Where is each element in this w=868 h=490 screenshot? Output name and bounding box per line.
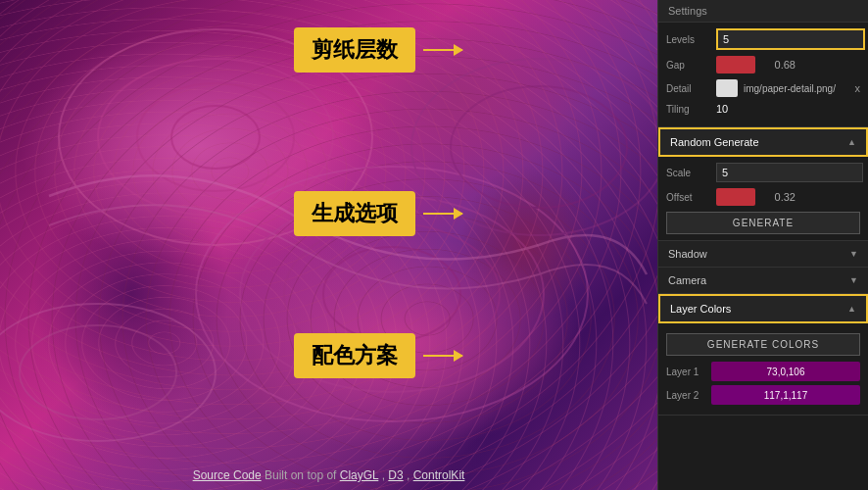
offset-color-swatch[interactable]: [716, 188, 755, 206]
tiling-value: 10: [716, 103, 728, 115]
svg-point-11: [20, 325, 176, 419]
layer-colors-section: Layer Colors ▲ GENERATE COLORS Layer 1 7…: [658, 294, 868, 416]
footer-sep2: ,: [407, 468, 413, 482]
gap-color-swatch[interactable]: [716, 56, 755, 74]
layer-1-color[interactable]: 73,0,106: [711, 362, 860, 381]
layer-2-color[interactable]: 117,1,117: [711, 385, 860, 405]
random-generate-chevron: ▲: [847, 137, 856, 147]
panel-header: Settings: [658, 0, 868, 23]
levels-input[interactable]: [716, 28, 865, 50]
callout-generate-box: 生成选项: [294, 191, 415, 236]
random-generate-content: Scale Offset 0.32 GENERATE: [658, 157, 868, 240]
offset-value: 0.32: [761, 191, 796, 203]
tiling-label: Tiling: [666, 104, 710, 115]
callout-colors-box: 配色方案: [294, 333, 415, 378]
settings-panel: Settings Levels Gap 0.68 Detail img/pape…: [657, 0, 868, 490]
shadow-header[interactable]: Shadow ▼: [658, 241, 868, 267]
callout-levels: 剪纸层数: [294, 27, 462, 73]
gap-value: 0.68: [761, 59, 796, 71]
layer-2-row: Layer 2 117,1,117: [666, 385, 860, 405]
detail-label: Detail: [666, 83, 710, 94]
detail-remove-button[interactable]: x: [855, 82, 861, 94]
scale-row: Scale: [666, 163, 860, 182]
detail-row: Detail img/paper-detail.png/ x: [666, 79, 860, 97]
offset-label: Offset: [666, 192, 710, 203]
camera-section: Camera ▼: [658, 268, 868, 294]
callout-levels-arrow: [423, 49, 462, 51]
camera-label: Camera: [668, 274, 706, 286]
contour-svg: [0, 0, 657, 490]
generate-button[interactable]: GENERATE: [666, 212, 860, 234]
scale-input[interactable]: [716, 163, 863, 182]
shadow-section: Shadow ▼: [658, 241, 868, 268]
footer: Source Code Built on top of ClayGL , D3 …: [0, 468, 657, 482]
offset-row: Offset 0.32: [666, 188, 860, 206]
detail-thumbnail: [716, 79, 738, 97]
canvas-area: 剪纸层数 生成选项 配色方案 Source Code Built on top …: [0, 0, 657, 490]
gap-label: Gap: [666, 60, 710, 71]
callout-generate: 生成选项: [294, 191, 462, 236]
random-generate-header[interactable]: Random Generate ▲: [658, 127, 868, 157]
layer-colors-content: GENERATE COLORS Layer 1 73,0,106 Layer 2…: [658, 323, 868, 415]
random-generate-section: Random Generate ▲ Scale Offset 0.32 GENE…: [658, 127, 868, 241]
callout-colors-arrow: [423, 355, 462, 357]
layer-colors-label: Layer Colors: [670, 303, 731, 315]
levels-label: Levels: [666, 34, 710, 45]
layer-1-label: Layer 1: [666, 367, 705, 377]
claygl-link[interactable]: ClayGL: [340, 468, 379, 482]
gap-row: Gap 0.68: [666, 56, 860, 74]
layer-colors-header[interactable]: Layer Colors ▲: [658, 294, 868, 323]
footer-built-on: Built on top of: [265, 468, 340, 482]
shadow-label: Shadow: [668, 248, 707, 260]
camera-chevron: ▼: [849, 275, 858, 285]
callout-generate-arrow: [423, 213, 462, 215]
source-code-link[interactable]: Source Code: [193, 468, 262, 482]
svg-point-10: [0, 304, 216, 441]
detail-path: img/paper-detail.png/: [744, 83, 849, 94]
generate-colors-button[interactable]: GENERATE COLORS: [666, 333, 860, 356]
controlkit-link[interactable]: ControlKit: [413, 468, 465, 482]
levels-row: Levels: [666, 28, 860, 50]
svg-point-9: [451, 86, 627, 208]
random-generate-label: Random Generate: [670, 136, 759, 148]
shadow-chevron: ▼: [849, 249, 858, 259]
layer-2-value: 117,1,117: [764, 390, 808, 401]
svg-point-7: [323, 247, 460, 341]
callout-levels-box: 剪纸层数: [294, 27, 415, 73]
layer-1-row: Layer 1 73,0,106: [666, 362, 860, 381]
layer-2-label: Layer 2: [666, 390, 705, 401]
svg-point-3: [171, 106, 260, 169]
layer-1-value: 73,0,106: [767, 367, 805, 377]
tiling-row: Tiling 10: [666, 103, 860, 115]
scale-label: Scale: [666, 168, 710, 178]
camera-header[interactable]: Camera ▼: [658, 268, 868, 293]
basic-settings-content: Levels Gap 0.68 Detail img/paper-detail.…: [658, 23, 868, 126]
callout-colors: 配色方案: [294, 333, 462, 378]
basic-settings-section: Levels Gap 0.68 Detail img/paper-detail.…: [658, 23, 868, 127]
d3-link[interactable]: D3: [388, 468, 403, 482]
layer-colors-chevron: ▲: [847, 304, 856, 314]
